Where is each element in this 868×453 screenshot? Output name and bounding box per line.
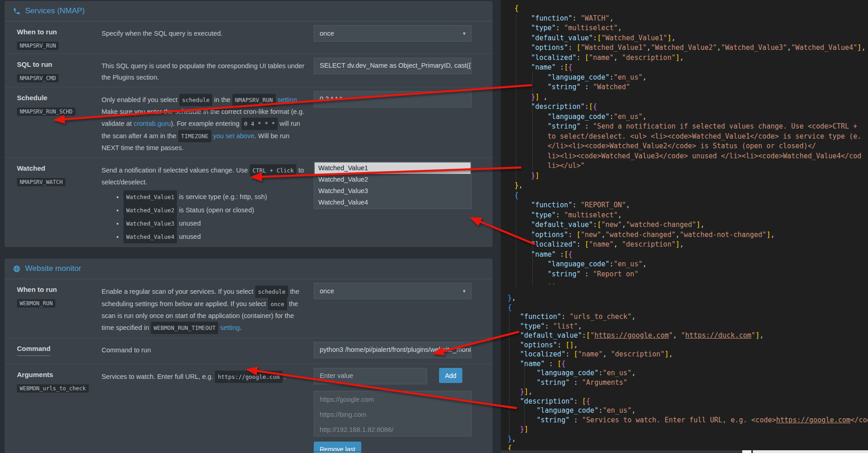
description-link[interactable]: you set above [213,132,254,140]
code-block: { "function": "WATCH", "type": "multisel… [514,4,868,289]
code-line: "name" :[{ [514,63,868,73]
description-link[interactable]: setting [278,96,297,103]
row-control: 0 2 * * * [314,91,472,108]
row-control: Watched_Value1Watched_Value2Watched_Valu… [314,162,472,209]
row-description: Specify when the SQL query is executed. [102,25,314,39]
bullet-item: Watched_Value4 unused [123,230,305,243]
description-link[interactable]: setting [220,324,240,331]
code-line: "language_code":"en_us", [508,406,868,415]
multiselect-option[interactable]: Watched_Value3 [315,185,471,197]
bullet-item: Watched_Value2 is Status (open or closed… [123,204,305,217]
setting-value-input[interactable]: 0 2 * * * [314,91,472,108]
code-line: "language_code":"en_us", [514,112,868,122]
row-label: Arguments [17,371,53,378]
multiselect-option[interactable]: Watched_Value2 [315,174,471,185]
code-line: "default_value":["new","watched-changed"… [514,220,868,230]
code-line: { [508,303,868,313]
setting-key-chip: WEBMON_RUN [17,299,55,307]
code-line: "description": [{ [508,397,868,406]
setting-value-input[interactable]: python3 /home/pi/pialert/front/plugins/w… [314,342,472,358]
settings-row: SQL to runNMAPSRV_CMDThis SQL query is u… [5,54,493,87]
setting-value-input[interactable]: SELECT dv.dev_Name as Object_PrimaryID, … [314,58,472,74]
setting-key-chip: NMAPSRV_RUN_SCHD [17,108,75,116]
code-line: "type": "list", [508,322,868,331]
inline-code-chip: schedule [179,94,212,106]
setting-key-chip: WEBMON_urls_to_check [17,384,89,393]
add-button[interactable]: Add [439,368,462,383]
inline-code-chip: schedule [255,286,288,298]
row-label: Watched [17,164,45,172]
code-line: }] [508,425,868,434]
row-description: Only enabled if you select schedule in t… [102,91,314,154]
description-link[interactable]: crontab.guru [134,120,171,127]
select-value: once [320,284,334,299]
inline-code-chip: WEBMON_RUN_TIMEOUT [151,322,218,334]
horizontal-scrollbar-thumb[interactable] [742,450,751,453]
list-add-row: Enter valueAdd [314,368,472,384]
code-line: }, [514,181,868,191]
row-label-cell: ScheduleNMAPSRV_RUN_SCHD [17,91,102,116]
code-line: "language_code":"en_us", [514,73,868,83]
code-line: -- [514,279,868,289]
horizontal-scrollbar[interactable] [753,450,868,453]
url-list-box[interactable]: https://google.comhttps://bing.comhttp:/… [314,391,472,437]
card-services-header: Services (NMAP) [5,1,493,22]
url-list-item: http://192.168.1.82:8086/ [320,422,466,437]
code-line: "function": "WATCH", [514,14,868,24]
chevron-down-icon: ▾ [463,284,466,299]
code-line: "options": ["new","watched-changed","wat… [514,230,868,240]
setting-key-chip: NMAPSRV_WATCH [17,178,65,186]
url-list-item: https://google.com [320,392,466,407]
card-services-title: Services (NMAP) [25,6,85,16]
code-editor[interactable]: { "function": "WATCH", "type": "multisel… [501,0,868,453]
row-description: Services to watch. Enter full URL, e.g. … [102,368,314,383]
card-website-header: Website monitor [5,259,493,279]
code-line: }, [508,293,868,303]
card-website-title: Website monitor [25,264,81,273]
url-list-item: https://bing.com [320,407,466,422]
code-line: "string" : "Send a notification if selec… [514,122,868,132]
code-line: "options": [], [508,340,868,350]
description-bullet-list: Watched_Value1 is service type (e.g.: ht… [102,190,305,243]
code-line: "function": "REPORT_ON", [514,200,868,210]
row-control: python3 /home/pi/pialert/front/plugins/w… [314,342,472,358]
inline-code-chip: NMAPSRV_RUN [232,94,276,106]
settings-row: CommandCommand to runpython3 /home/pi/pi… [5,338,493,364]
multiselect[interactable]: Watched_Value1Watched_Value2Watched_Valu… [314,162,472,209]
multiselect-option[interactable]: Watched_Value1 [315,162,471,174]
select-value: once [320,26,334,41]
row-label: SQL to run [17,60,52,68]
phone-icon [13,7,21,15]
code-line: "localized": ["name", "description"], [514,53,868,63]
inline-code-chip: TIMEZONE [178,130,211,142]
code-line: </li><li><code>Watched_Value2</code> is … [514,141,868,151]
code-line: "string" : "Report on" [514,270,868,280]
inline-code-chip: Watched_Value1 [123,190,177,204]
row-description: Send a notification if selected values c… [102,162,314,243]
code-line: }] [514,171,868,181]
list-value-input[interactable]: Enter value [314,368,427,384]
multiselect-option[interactable]: Watched_Value4 [315,197,471,208]
row-description: This SQL query is used to populate the c… [102,58,314,83]
code-line: "language_code":"en_us", [514,259,868,270]
settings-row: ScheduleNMAPSRV_RUN_SCHDOnly enabled if … [5,87,493,157]
chevron-down-icon: ▾ [463,26,466,41]
row-label-cell: SQL to runNMAPSRV_CMD [17,58,102,82]
code-line: "type": "multiselect", [514,23,868,33]
code-line: "name" :[{ [514,250,868,260]
row-label-cell: When to runWEBMON_RUN [17,283,102,307]
row-label: Command [17,345,50,356]
code-line: "function": "urls_to_check", [508,312,868,322]
code-line: "default_value":["https://google.com", "… [508,331,868,340]
code-line: }, [508,434,868,444]
row-label: When to run [17,28,57,36]
card-services-rows: When to runNMAPSRV_RUNSpecify when the S… [5,22,493,247]
card-website-monitor: Website monitor When to runWEBMON_RUNEna… [5,259,493,453]
when-to-run-select[interactable]: once▾ [314,283,472,299]
row-control: Enter valueAddhttps://google.comhttps://… [314,368,472,453]
row-description: Command to run [102,342,314,356]
when-to-run-select[interactable]: once▾ [314,25,472,42]
window-edge [501,450,742,453]
inline-code-chip: CTRL + Click [250,164,296,177]
code-line: "default_value":["Watched_Value1"], [514,33,868,43]
